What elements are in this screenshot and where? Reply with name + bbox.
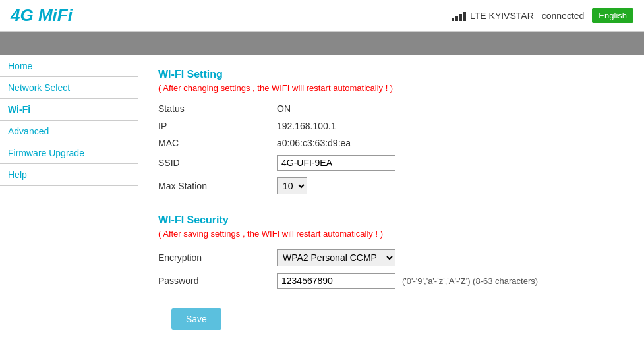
encryption-label: Encryption (158, 252, 277, 263)
signal-area: LTE KYIVSTAR (452, 11, 534, 21)
max-station-label: Max Station (158, 181, 277, 191)
mac-label: MAC (158, 138, 277, 148)
gray-bar (0, 32, 644, 55)
content-area: WI-FI Setting ( After changing settings … (138, 55, 644, 352)
wifi-setting-title: WI-FI Setting (158, 69, 624, 80)
spacer (158, 201, 624, 214)
ip-value: 192.168.100.1 (277, 121, 336, 131)
wifi-security-section: WI-FI Security ( After saving settings ,… (158, 214, 624, 289)
mac-row: MAC a0:06:c3:63:d9:ea (158, 138, 624, 148)
sidebar-item-home[interactable]: Home (0, 55, 138, 77)
connection-status: connected (542, 11, 585, 21)
mac-value: a0:06:c3:63:d9:ea (277, 138, 351, 148)
password-row: Password ('0'-'9','a'-'z','A'-'Z') (8-63… (158, 273, 624, 289)
ip-row: IP 192.168.100.1 (158, 121, 624, 131)
password-label: Password (158, 276, 277, 286)
sidebar-item-wifi[interactable]: Wi-Fi (0, 99, 138, 121)
language-button[interactable]: English (592, 8, 633, 23)
wifi-security-title: WI-FI Security (158, 214, 624, 226)
password-input[interactable] (277, 273, 395, 289)
app-logo: 4G MiFi (11, 5, 73, 26)
main-layout: Home Network Select Wi-Fi Advanced Firmw… (0, 55, 644, 352)
status-row: Status ON (158, 103, 624, 114)
password-hint: ('0'-'9','a'-'z','A'-'Z') (8-63 characte… (402, 276, 538, 286)
header: 4G MiFi LTE KYIVSTAR connected English (0, 0, 644, 32)
ssid-label: SSID (158, 158, 277, 168)
carrier-label: LTE KYIVSTAR (470, 11, 534, 21)
wifi-setting-warning: ( After changing settings , the WIFI wil… (158, 83, 624, 93)
sidebar-item-network-select[interactable]: Network Select (0, 77, 138, 99)
status-label: Status (158, 103, 277, 114)
ssid-row: SSID (158, 155, 624, 171)
bar4 (463, 12, 466, 21)
bar2 (455, 16, 458, 21)
max-station-select[interactable]: 10 5 1 2 3 4 6 7 8 9 (277, 177, 307, 194)
save-button[interactable]: Save (171, 308, 221, 330)
wifi-setting-section: WI-FI Setting ( After changing settings … (158, 69, 624, 194)
sidebar-item-advanced[interactable]: Advanced (0, 121, 138, 142)
sidebar: Home Network Select Wi-Fi Advanced Firmw… (0, 55, 138, 352)
ip-label: IP (158, 121, 277, 131)
sidebar-item-firmware-upgrade[interactable]: Firmware Upgrade (0, 142, 138, 164)
bar3 (459, 14, 462, 21)
encryption-row: Encryption WPA2 Personal CCMP WPA Person… (158, 249, 624, 266)
bar1 (452, 18, 454, 21)
save-row: Save (171, 295, 624, 330)
encryption-select[interactable]: WPA2 Personal CCMP WPA Personal CCMP Non… (277, 249, 395, 266)
wifi-security-warning: ( After saving settings , the WIFI will … (158, 229, 624, 239)
header-right: LTE KYIVSTAR connected English (452, 8, 633, 23)
status-value: ON (277, 103, 291, 114)
signal-bars-icon (452, 11, 466, 21)
ssid-input[interactable] (277, 155, 395, 171)
max-station-row: Max Station 10 5 1 2 3 4 6 7 8 9 (158, 177, 624, 194)
sidebar-item-help[interactable]: Help (0, 164, 138, 186)
